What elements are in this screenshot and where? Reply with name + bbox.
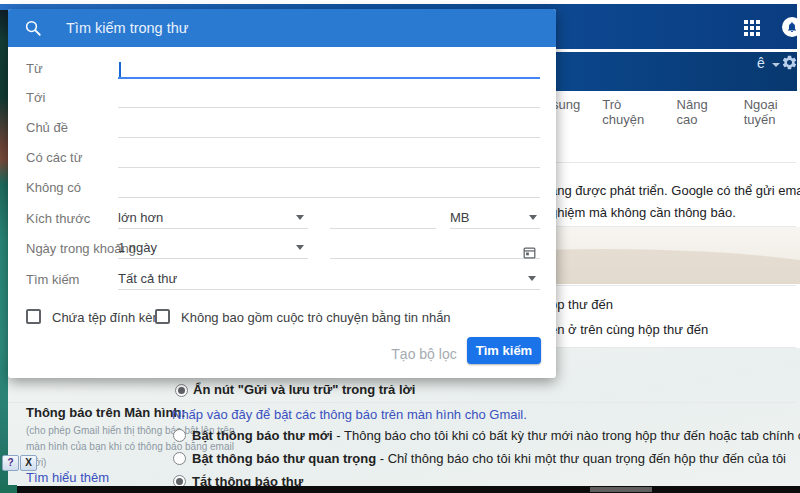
dropdown-arrow-icon[interactable] bbox=[296, 215, 304, 220]
new-mail-option-bold: Bật thông báo thư mới bbox=[192, 428, 333, 443]
theme-image-strip bbox=[0, 10, 8, 493]
search-dialog-header: Tìm kiếm trong thư bbox=[8, 9, 556, 47]
to-label: Tới bbox=[26, 90, 45, 105]
dropdown-arrow-icon[interactable] bbox=[529, 215, 537, 220]
size-label: Kích thước bbox=[26, 211, 90, 226]
bottom-bar bbox=[0, 486, 800, 493]
new-mail-option-rest: - Thông báo cho tôi khi có bất kỳ thư mớ… bbox=[333, 428, 800, 443]
row-divider bbox=[8, 402, 796, 403]
doesnt-have-input[interactable] bbox=[118, 197, 540, 198]
notification-bell-icon[interactable] bbox=[782, 17, 800, 37]
size-operator-select[interactable]: lớn hơn bbox=[118, 210, 163, 225]
learn-more-link[interactable]: Tìm hiểu thêm bbox=[26, 470, 109, 485]
date-range-underline bbox=[118, 258, 308, 259]
option-fragment-2: ền ở trên cùng hộp thư đến bbox=[550, 322, 708, 337]
desktop-notifications-label: Thông báo trên Màn hình: bbox=[26, 405, 186, 420]
size-operator-underline bbox=[118, 228, 308, 229]
apps-grid-icon[interactable] bbox=[744, 20, 760, 36]
exclude-chats-label: Không bao gồm cuộc trò chuyện bằng tin n… bbox=[181, 310, 451, 325]
tab-chat[interactable]: Trò chuyện bbox=[602, 97, 654, 127]
reply-option-label: Ẩn nút "Gửi và lưu trữ" trong trả lời bbox=[193, 382, 415, 397]
important-option-rest: - Chỉ thông báo cho tôi khi một thư quan… bbox=[376, 451, 786, 466]
dropdown-arrow-icon[interactable] bbox=[528, 276, 536, 281]
dropdown-arrow-icon[interactable] bbox=[296, 245, 304, 250]
has-attachment-checkbox[interactable] bbox=[26, 309, 41, 324]
to-input[interactable] bbox=[118, 107, 540, 108]
option-fragment-1: ộp thư đến bbox=[550, 297, 613, 312]
doesnt-have-label: Không có bbox=[26, 180, 81, 195]
chevron-down-icon[interactable] bbox=[772, 63, 780, 67]
important-option-label: Bật thông báo thư quan trọng - Chỉ thông… bbox=[192, 451, 786, 466]
helper-question-button[interactable]: ? bbox=[2, 455, 19, 471]
create-filter-button[interactable]: Tạo bộ lọc bbox=[391, 343, 457, 365]
size-unit-select[interactable]: MB bbox=[450, 210, 470, 225]
search-icon[interactable] bbox=[24, 19, 42, 41]
gear-icon[interactable] bbox=[781, 54, 798, 71]
calendar-icon[interactable] bbox=[522, 245, 537, 264]
text-cursor bbox=[119, 62, 121, 77]
new-mail-option-label: Bật thông báo thư mới - Thông báo cho tô… bbox=[192, 428, 800, 443]
has-words-input[interactable] bbox=[118, 167, 540, 168]
search-input-placeholder[interactable]: Tìm kiếm trong thư bbox=[66, 20, 189, 36]
tab-addons-cut[interactable]: sung bbox=[552, 97, 580, 127]
search-button[interactable]: Tìm kiếm bbox=[467, 337, 541, 364]
profile-email-fragment[interactable]: ê bbox=[757, 55, 765, 71]
enable-desktop-notifications-link[interactable]: Nhấp vào đây để bật các thông báo trên m… bbox=[172, 407, 527, 422]
helper-close-button[interactable]: X bbox=[20, 455, 37, 471]
size-unit-underline bbox=[450, 228, 540, 229]
bottom-bar-theme-corner bbox=[0, 485, 17, 493]
tab-offline[interactable]: Ngoại tuyến bbox=[744, 97, 800, 127]
dev-notice-line2: ghiệm mà không cần thông báo. bbox=[550, 205, 736, 220]
bottom-scrollbar-thumb[interactable] bbox=[590, 487, 652, 492]
has-words-label: Có các từ bbox=[26, 150, 82, 165]
radio-new-mail-notifications[interactable] bbox=[173, 429, 186, 442]
subject-label: Chủ đề bbox=[26, 120, 68, 135]
has-attachment-label: Chứa tệp đính kèm bbox=[52, 310, 163, 325]
advanced-search-dialog: Tìm kiếm trong thư Từ Tới Chủ đề Có các … bbox=[8, 9, 556, 378]
radio-important-mail-notifications[interactable] bbox=[173, 452, 186, 465]
exclude-chats-checkbox[interactable] bbox=[155, 309, 170, 324]
from-input[interactable] bbox=[118, 77, 540, 79]
gmail-advanced-search-screen: ê sung Trò chuyện Nâng cao Ngoại tuyến a… bbox=[0, 0, 800, 493]
date-range-select[interactable]: 1 ngày bbox=[118, 240, 157, 255]
date-input[interactable] bbox=[330, 258, 540, 259]
from-label: Từ bbox=[26, 61, 43, 76]
settings-tabs: sung Trò chuyện Nâng cao Ngoại tuyến bbox=[552, 97, 800, 127]
important-option-bold: Bật thông báo thư quan trọng bbox=[192, 451, 376, 466]
size-amount-input[interactable] bbox=[330, 228, 436, 229]
dev-notice-line1: ang được phát triển. Google có thể gửi e… bbox=[550, 183, 800, 198]
search-scope-underline bbox=[118, 289, 540, 290]
search-scope-select[interactable]: Tất cả thư bbox=[118, 271, 177, 286]
search-scope-label: Tìm kiếm bbox=[26, 272, 79, 287]
bell-glyph bbox=[786, 21, 798, 33]
tab-advanced[interactable]: Nâng cao bbox=[677, 97, 722, 127]
radio-hide-send-archive[interactable] bbox=[175, 384, 188, 397]
capture-helper-widget: ? X bbox=[2, 455, 37, 471]
subject-input[interactable] bbox=[118, 137, 540, 138]
